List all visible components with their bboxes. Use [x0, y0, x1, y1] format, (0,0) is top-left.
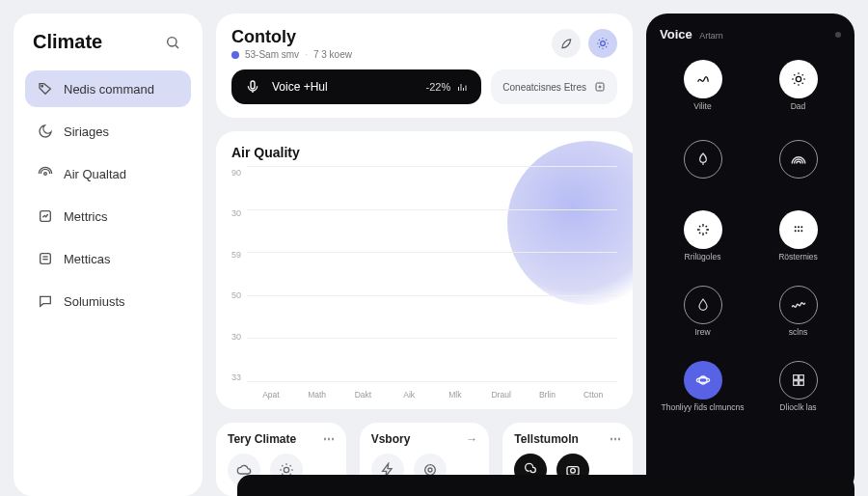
wave-icon	[779, 286, 818, 324]
chart-bars	[247, 166, 617, 382]
nav-item-mettrics[interactable]: Mettrics	[25, 198, 191, 234]
voice-bar-label: Voice +Hul	[272, 80, 328, 94]
nav-item-command[interactable]: Nedis command	[25, 70, 191, 107]
voice-panel-subtitle: Artarn	[699, 31, 723, 41]
planet-icon	[684, 361, 722, 400]
tag-icon	[37, 80, 54, 97]
action-button-1[interactable]	[552, 29, 581, 58]
chart-title: Air Quality	[231, 145, 617, 160]
voice-option[interactable]	[660, 126, 746, 196]
chart-x-axis: ApatMathDaktAikMlkDraulBrlinCtton	[247, 390, 617, 400]
voice-panel: Voice Artarn ViliteDadRrilügolesRösterni…	[646, 14, 854, 496]
voice-option-label: Irew	[694, 328, 710, 337]
page-subtitle: 53-Sam smv · 7 3 koew	[231, 49, 352, 60]
search-button[interactable]	[162, 32, 183, 53]
svg-point-8	[601, 41, 606, 46]
droplet-icon	[684, 286, 722, 324]
main-area: Contoly 53-Sam smv · 7 3 koew	[216, 14, 633, 496]
bars-icon	[456, 81, 468, 93]
voice-option[interactable]: Thonliyy řids clmuncns	[660, 352, 746, 422]
x-tick: Brlin	[528, 390, 568, 400]
tile-title: Tellstumoln	[514, 432, 578, 446]
connections-chip[interactable]: Coneatcisnes Etres	[491, 69, 617, 104]
sun-icon	[779, 60, 818, 98]
status-text-b: 7 3 koew	[313, 49, 352, 60]
y-tick: 33	[231, 372, 241, 382]
nav-label: Air Qualtad	[64, 167, 126, 181]
chart-body: 903059503033 ApatMathDaktAikMlkDraulBrli…	[231, 166, 617, 400]
gauge-icon	[37, 207, 54, 225]
x-tick: Math	[297, 390, 338, 400]
bottom-dock[interactable]	[237, 475, 854, 496]
list-icon	[37, 250, 54, 267]
y-tick: 50	[231, 290, 241, 300]
air-quality-card: Air Quality 903059503033 ApatMathDaktAik…	[216, 131, 633, 409]
svg-point-3	[44, 173, 47, 176]
nav-label: Solumiusts	[64, 294, 125, 309]
y-tick: 30	[231, 208, 241, 218]
search-icon	[165, 35, 180, 50]
svg-point-0	[168, 37, 176, 45]
svg-rect-31	[793, 381, 798, 386]
x-tick: Dakt	[343, 390, 384, 400]
sidebar: Climate Nedis command Siriages Air Qualt…	[14, 14, 203, 496]
dots-icon	[779, 210, 818, 249]
voice-panel-header: Voice Artarn	[660, 27, 841, 41]
voice-option[interactable]: Irew	[660, 277, 746, 346]
nav-label: Nedis command	[64, 82, 154, 96]
voice-bar-value: -22%	[426, 81, 469, 93]
voice-option[interactable]: Dlioclk las	[755, 352, 841, 422]
mic-icon	[245, 79, 260, 95]
svg-point-21	[794, 227, 796, 229]
voice-option-label: Vilite	[693, 102, 711, 111]
svg-point-23	[800, 227, 802, 229]
voice-grid: ViliteDadRrilügolesRösterniesIrewsclnsTh…	[660, 51, 841, 481]
svg-point-19	[571, 468, 576, 473]
voice-bar[interactable]: Voice +Hul -22%	[231, 69, 481, 104]
y-tick: 90	[231, 168, 241, 178]
voice-option[interactable]: Dad	[755, 51, 841, 121]
voice-option[interactable]	[755, 126, 841, 196]
scribble-icon	[684, 60, 722, 98]
chat-icon	[37, 292, 54, 310]
tile-title: Vsbory	[371, 432, 411, 446]
x-tick: Mlk	[435, 390, 475, 400]
sparkle-icon	[684, 210, 722, 249]
status-text-a: 53-Sam smv	[245, 49, 299, 60]
svg-point-16	[424, 465, 435, 476]
voice-panel-title: Voice	[660, 27, 692, 41]
voice-option-label: sclns	[789, 328, 807, 337]
sidebar-title: Climate	[33, 31, 102, 53]
x-tick: Apat	[251, 390, 291, 400]
voice-option-label: Thonliyy řids clmuncns	[662, 403, 745, 412]
svg-point-2	[41, 86, 43, 88]
header-actions	[552, 29, 617, 58]
action-button-2[interactable]	[588, 29, 617, 58]
voice-option[interactable]: Rrilügoles	[660, 202, 746, 271]
x-tick: Draul	[481, 390, 522, 400]
voice-option[interactable]: Vilite	[660, 51, 746, 121]
voice-option-label: Dlioclk las	[779, 403, 816, 412]
voice-option-label: Rösternies	[778, 253, 818, 262]
y-tick: 30	[231, 332, 241, 342]
nav-item-solumiusts[interactable]: Solumiusts	[25, 283, 191, 319]
y-tick: 59	[231, 250, 241, 260]
nav-item-air-quality[interactable]: Air Qualtad	[25, 155, 191, 192]
nav-item-siriages[interactable]: Siriages	[25, 113, 191, 150]
svg-point-15	[284, 467, 288, 472]
nav-label: Mettrics	[64, 209, 108, 224]
nav-item-metticas[interactable]: Metticas	[25, 240, 191, 277]
voice-option[interactable]: Rösternies	[755, 202, 841, 271]
svg-point-28	[696, 378, 709, 383]
nav-label: Metticas	[64, 252, 110, 266]
x-tick: Ctton	[573, 390, 613, 400]
page-title: Contoly	[231, 27, 352, 47]
expand-icon	[594, 81, 606, 93]
svg-point-25	[798, 231, 800, 233]
svg-rect-9	[251, 81, 255, 89]
leaf-icon	[559, 37, 573, 50]
svg-point-17	[428, 468, 432, 472]
voice-option[interactable]: sclns	[755, 277, 841, 346]
nav-list: Nedis command Siriages Air Qualtad Mettr…	[25, 70, 191, 319]
tree-icon	[684, 140, 722, 179]
